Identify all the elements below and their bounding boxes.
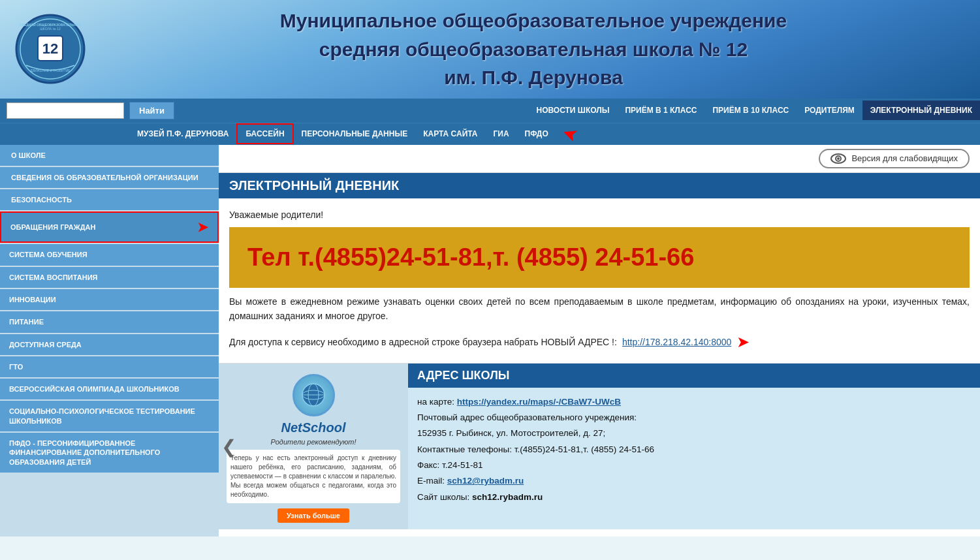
netschool-content: Теперь у нас есть электронный доступ к д… [227,450,400,503]
sidebar-item-olimpiada[interactable]: ВСЕРОССИЙСКАЯ ОЛИМПИАДА ШКОЛЬНИКОВ [0,379,219,399]
content: Версия для слабовидящих ЭЛЕКТРОННЫЙ ДНЕВ… [219,145,980,537]
nav-row-2: МУЗЕЙ П.Ф. ДЕРУНОВА БАССЕЙН ПЕРСОНАЛЬНЫЕ… [0,123,980,145]
sidebar-item-sistema-obuch[interactable]: СИСТЕМА ОБУЧЕНИЯ [0,244,219,265]
address-street: 152935 г. Рыбинск, ул. Мотостроителей, д… [417,426,971,441]
sidebar-item-psiho[interactable]: СОЦИАЛЬНО-ПСИХОЛОГИЧЕСКОЕ ТЕСТИРОВАНИЕ Ш… [0,401,219,431]
eye-icon [830,153,846,164]
nav-links-row1: НОВОСТИ ШКОЛЫ ПРИЁМ В 1 КЛАСС ПРИЁМ В 10… [181,101,980,120]
site-value: sch12.rybadm.ru [472,492,543,502]
svg-point-9 [837,157,840,160]
sidebar-item-innovacii[interactable]: ИННОВАЦИИ [0,289,219,310]
accessibility-button[interactable]: Версия для слабовидящих [819,149,970,168]
address-link[interactable]: http://178.218.42.140:8000 [622,335,731,349]
netschool-area: ❮ NetSchool Родители рекомендуют! Теперь… [219,364,408,529]
address-contacts: Контактные телефоны: т.(4855)24-51-81,т.… [417,442,971,458]
netschool-title: NetSchool [281,420,346,435]
sidebar-item-svedeniya[interactable]: СВЕДЕНИЯ ОБ ОБРАЗОВАТЕЛЬНОЙ ОРГАНИЗАЦИИ [0,167,219,188]
bassein-arrow: ➤ [560,121,581,147]
para4: Для доступа к сервису необходимо в адрес… [229,330,970,354]
title-line2: средняя общеобразовательная школа № 12 [319,39,748,60]
header: 12 СРЕДНЯЯ ОБЩЕОБРАЗОВАТЕЛЬНАЯ ШКОЛА № 1… [0,0,980,99]
nav-personal[interactable]: ПЕРСОНАЛЬНЫЕ ДАННЫЕ [294,125,416,143]
nav-novosti[interactable]: НОВОСТИ ШКОЛЫ [528,101,617,120]
address-block: АДРЕС ШКОЛЫ на карте: https://yandex.ru/… [408,364,980,529]
nav-pfdo[interactable]: ПФДО [517,125,556,143]
globe-icon [300,382,326,408]
address-site: Сайт школы: sch12.rybadm.ru [417,490,971,505]
nav-bassein[interactable]: БАССЕЙН [236,123,293,144]
address-map: на карте: https://yandex.ru/maps/-/CBaW7… [417,394,971,410]
search-area: Найти [0,99,181,123]
section-title: ЭЛЕКТРОННЫЙ ДНЕВНИК [219,173,980,198]
phone-banner: Тел т.(4855)24-51-81,т. (4855) 24-51-66 [229,227,970,288]
nav-gia[interactable]: ГИА [486,125,517,143]
sidebar-item-bezopasnost[interactable]: БЕЗОПАСНОСТЬ [0,189,219,210]
nav-dnevnik[interactable]: ЭЛЕКТРОННЫЙ ДНЕВНИК [862,101,980,120]
search-button[interactable]: Найти [129,102,174,119]
carousel-prev[interactable]: ❮ [221,435,236,457]
sidebar: О ШКОЛЕ СВЕДЕНИЯ ОБ ОБРАЗОВАТЕЛЬНОЙ ОРГА… [0,145,219,537]
nav-roditelyam[interactable]: РОДИТЕЛЯМ [797,101,862,120]
sidebar-item-sistema-vosp[interactable]: СИСТЕМА ВОСПИТАНИЯ [0,267,219,288]
nav-muzey[interactable]: МУЗЕЙ П.Ф. ДЕРУНОВА [129,125,236,143]
sidebar-item-obrascheniya[interactable]: ОБРАЩЕНИЯ ГРАЖДАН ➤ [0,211,219,243]
address-fax: Факс: т.24-51-81 [417,458,971,473]
para3: Вы можете в ежедневном режиме узнавать о… [229,294,970,324]
netschool-logo-circle [292,374,335,416]
para1: Уважаемые родители! [229,208,970,222]
bottom-split: ❮ NetSchool Родители рекомендуют! Теперь… [219,363,980,529]
email-link[interactable]: sch12@rybadm.ru [447,476,524,486]
header-title: Муниципальное общеобразовательное учрежд… [100,7,967,92]
content-body: Уважаемые родители! Тел т.(4855)24-51-81… [219,198,980,355]
obrascheniya-arrow: ➤ [197,219,208,236]
nav-row-1: Найти НОВОСТИ ШКОЛЫ ПРИЁМ В 1 КЛАСС ПРИЁ… [0,99,980,123]
netschool-btn[interactable]: Узнать больше [277,508,349,523]
title-line1: Муниципальное общеобразовательное учрежд… [280,10,787,31]
svg-text:ШКОЛА № 12: ШКОЛА № 12 [40,27,61,31]
sidebar-item-pitanie[interactable]: ПИТАНИЕ [0,311,219,332]
para4-arrow: ➤ [736,330,750,354]
accessibility-bar: Версия для слабовидящих [219,145,980,173]
sidebar-item-dostupnaya[interactable]: ДОСТУПНАЯ СРЕДА [0,334,219,355]
title-line3: им. П.Ф. Дерунова [444,67,623,88]
netschool-subtitle: Родители рекомендуют! [270,438,356,446]
address-postal-label: Почтовый адрес общеобразовательного учре… [417,410,971,426]
svg-text:12: 12 [42,40,58,57]
address-title: АДРЕС ШКОЛЫ [408,364,980,388]
address-email: E-mail: sch12@rybadm.ru [417,473,971,489]
top-navigation: Найти НОВОСТИ ШКОЛЫ ПРИЁМ В 1 КЛАСС ПРИЁ… [0,99,980,145]
nav-priem1[interactable]: ПРИЁМ В 1 КЛАСС [617,101,704,120]
main-layout: О ШКОЛЕ СВЕДЕНИЯ ОБ ОБРАЗОВАТЕЛЬНОЙ ОРГА… [0,145,980,537]
search-input[interactable] [7,102,124,119]
logo: 12 СРЕДНЯЯ ОБЩЕОБРАЗОВАТЕЛЬНАЯ ШКОЛА № 1… [13,13,88,85]
svg-text:ДВИЖЕНИЕ И РАЗВИТИЕ: ДВИЖЕНИЕ И РАЗВИТИЕ [30,69,71,72]
map-link[interactable]: https://yandex.ru/maps/-/CBaW7-UWcB [457,397,621,407]
sidebar-item-pfdo[interactable]: ПФДО - ПЕРСОНИФИЦИРОВАННОЕ ФИНАНСИРОВАНИ… [0,433,219,473]
accessibility-label: Версия для слабовидящих [851,153,958,163]
nav-priem10[interactable]: ПРИЁМ В 10 КЛАСС [704,101,797,120]
sidebar-item-o-shkole[interactable]: О ШКОЛЕ [0,145,219,166]
sidebar-item-gto[interactable]: ГТО [0,356,219,377]
nav-karta[interactable]: КАРТА САЙТА [415,125,485,143]
